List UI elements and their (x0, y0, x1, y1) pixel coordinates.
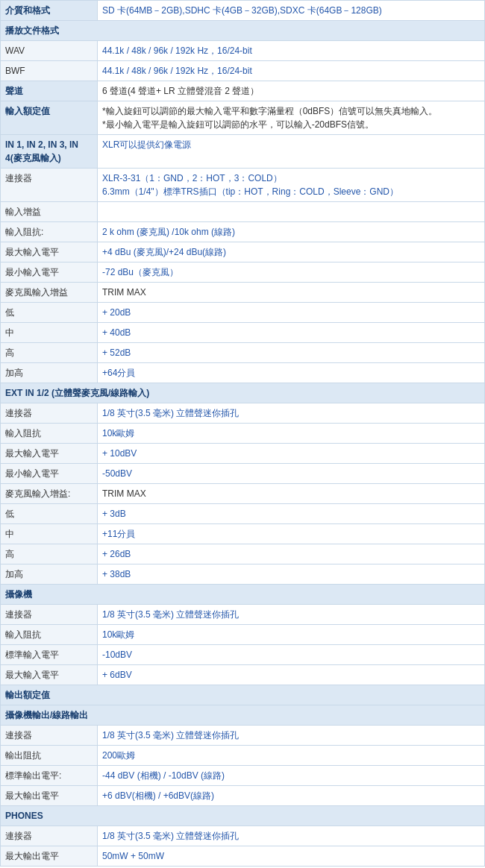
table-row: 麥克風輸入增益:TRIM MAX (1, 484, 485, 504)
row-value: + 38dB (98, 564, 485, 585)
table-row: 中+ 40dB (1, 323, 485, 343)
table-row: 連接器XLR-3-31（1：GND，2：HOT，3：COLD）6.3mm（1/4… (1, 169, 485, 202)
row-value: 10k歐姆 (98, 625, 485, 645)
row-label: 最大輸出電平 (1, 846, 98, 867)
table-row: 輸入阻抗:2 k ohm (麥克風) /10k ohm (線路) (1, 222, 485, 242)
section-header-row: 播放文件格式 (1, 21, 485, 41)
row-value: 200歐姆 (98, 746, 485, 766)
table-row: 標準輸出電平:-44 dBV (相機) / -10dBV (線路) (1, 766, 485, 786)
row-label: 低 (1, 504, 98, 524)
table-row: 麥克風輸入增益TRIM MAX (1, 283, 485, 303)
row-value: + 40dB (98, 323, 485, 343)
row-label: 中 (1, 323, 98, 343)
row-label: 中 (1, 524, 98, 544)
row-value: 1/8 英寸(3.5 毫米) 立體聲迷你插孔 (98, 403, 485, 424)
row-label: WAV (1, 41, 98, 61)
row-label: BWF (1, 61, 98, 81)
section-header-row: IN 1, IN 2, IN 3, IN 4(麥克風輸入)XLR可以提供幻像電源 (1, 135, 485, 169)
highlight-value: *輸入旋鈕可以調節的最大輸入電平和數字滿量程（0dBFS）信號可以無失真地輸入。… (98, 101, 485, 135)
table-row: 輸入阻抗10k歐姆 (1, 625, 485, 645)
row-label: 標準輸出電平: (1, 766, 98, 786)
row-label: 最大輸出電平 (1, 786, 98, 806)
table-row: 最大輸出電平+6 dBV(相機) / +6dBV(線路) (1, 786, 485, 806)
table-row: 高+ 52dB (1, 343, 485, 363)
row-label: 加高 (1, 564, 98, 585)
row-label: 麥克風輸入增益 (1, 283, 98, 303)
row-label: 最小輸入電平 (1, 262, 98, 283)
row-value: 1/8 英寸(3.5 毫米) 立體聲迷你插孔 (98, 826, 485, 846)
section-header-label: 播放文件格式 (1, 21, 485, 41)
section-header-row: 攝像機輸出/線路輸出 (1, 705, 485, 726)
row-value: 44.1k / 48k / 96k / 192k Hz，16/24-bit (98, 61, 485, 81)
row-value: + 6dBV (98, 665, 485, 685)
row-label: 高 (1, 544, 98, 564)
table-row: 連接器1/8 英寸(3.5 毫米) 立體聲迷你插孔 (1, 605, 485, 625)
section-header-label: 攝像機 (1, 585, 485, 605)
table-row: 中+11分員 (1, 524, 485, 544)
row-value: + 52dB (98, 343, 485, 363)
row-label: 輸入阻抗 (1, 424, 98, 444)
row-value: 50mW + 50mW (98, 846, 485, 867)
row-value: 2 k ohm (麥克風) /10k ohm (線路) (98, 222, 485, 242)
section-value: SD 卡(64MB－2GB),SDHC 卡(4GB－32GB),SDXC 卡(6… (98, 1, 485, 21)
row-value: + 26dB (98, 544, 485, 564)
row-value: +6 dBV(相機) / +6dBV(線路) (98, 786, 485, 806)
table-row: 最大輸入電平+ 10dBV (1, 444, 485, 464)
table-row: 連接器1/8 英寸(3.5 毫米) 立體聲迷你插孔 (1, 826, 485, 846)
row-label: 連接器 (1, 726, 98, 746)
row-value (98, 202, 485, 222)
section-header-label: 輸出額定值 (1, 685, 485, 705)
row-value: +4 dBu (麥克風)/+24 dBu(線路) (98, 242, 485, 262)
table-row: 低+ 3dB (1, 504, 485, 524)
row-label: 輸入增益 (1, 202, 98, 222)
section-header-label: EXT IN 1/2 (立體聲麥克風/線路輸入) (1, 383, 485, 403)
table-row: 最大輸入電平+4 dBu (麥克風)/+24 dBu(線路) (1, 242, 485, 262)
row-value: TRIM MAX (98, 283, 485, 303)
row-value: 1/8 英寸(3.5 毫米) 立體聲迷你插孔 (98, 726, 485, 746)
specs-table: 介質和格式SD 卡(64MB－2GB),SDHC 卡(4GB－32GB),SDX… (0, 0, 485, 867)
row-label: 連接器 (1, 169, 98, 202)
section-header-label: PHONES (1, 806, 485, 826)
row-value: -44 dBV (相機) / -10dBV (線路) (98, 766, 485, 786)
row-value: + 10dBV (98, 444, 485, 464)
table-row: 標準輸入電平-10dBV (1, 645, 485, 665)
section-header-row: 攝像機 (1, 585, 485, 605)
row-label: 輸入阻抗: (1, 222, 98, 242)
section-value: XLR可以提供幻像電源 (98, 135, 485, 169)
table-row: 加高+ 38dB (1, 564, 485, 585)
row-value: +11分員 (98, 524, 485, 544)
row-value: + 20dB (98, 303, 485, 323)
section-header-row: PHONES (1, 806, 485, 826)
table-row: 輸入增益 (1, 202, 485, 222)
row-value: 1/8 英寸(3.5 毫米) 立體聲迷你插孔 (98, 605, 485, 625)
row-value: XLR-3-31（1：GND，2：HOT，3：COLD）6.3mm（1/4"）標… (98, 169, 485, 202)
row-value: 44.1k / 48k / 96k / 192k Hz，16/24-bit (98, 41, 485, 61)
row-value: 10k歐姆 (98, 424, 485, 444)
row-label: 輸入阻抗 (1, 625, 98, 645)
table-row: 最小輸入電平-50dBV (1, 464, 485, 484)
highlight-label: 輸入額定值 (1, 101, 98, 135)
highlight-value: 6 聲道(4 聲道+ LR 立體聲混音 2 聲道） (98, 81, 485, 101)
section-label: 介質和格式 (1, 1, 98, 21)
section-header-row: 介質和格式SD 卡(64MB－2GB),SDHC 卡(4GB－32GB),SDX… (1, 1, 485, 21)
table-row: 連接器1/8 英寸(3.5 毫米) 立體聲迷你插孔 (1, 726, 485, 746)
row-value: -50dBV (98, 464, 485, 484)
row-value: -72 dBu（麥克風） (98, 262, 485, 283)
table-row: WAV44.1k / 48k / 96k / 192k Hz，16/24-bit (1, 41, 485, 61)
highlight-row: 聲道6 聲道(4 聲道+ LR 立體聲混音 2 聲道） (1, 81, 485, 101)
row-label: 最小輸入電平 (1, 464, 98, 484)
highlight-row: 輸入額定值*輸入旋鈕可以調節的最大輸入電平和數字滿量程（0dBFS）信號可以無失… (1, 101, 485, 135)
row-label: 連接器 (1, 605, 98, 625)
row-label: 最大輸入電平 (1, 242, 98, 262)
table-row: 低+ 20dB (1, 303, 485, 323)
table-row: 高+ 26dB (1, 544, 485, 564)
row-value: -10dBV (98, 645, 485, 665)
row-label: 標準輸入電平 (1, 645, 98, 665)
section-label: IN 1, IN 2, IN 3, IN 4(麥克風輸入) (1, 135, 98, 169)
row-label: 連接器 (1, 403, 98, 424)
row-label: 最大輸入電平 (1, 665, 98, 685)
section-header-label: 攝像機輸出/線路輸出 (1, 705, 485, 726)
row-label: 最大輸入電平 (1, 444, 98, 464)
table-row: 連接器1/8 英寸(3.5 毫米) 立體聲迷你插孔 (1, 403, 485, 424)
row-label: 連接器 (1, 826, 98, 846)
